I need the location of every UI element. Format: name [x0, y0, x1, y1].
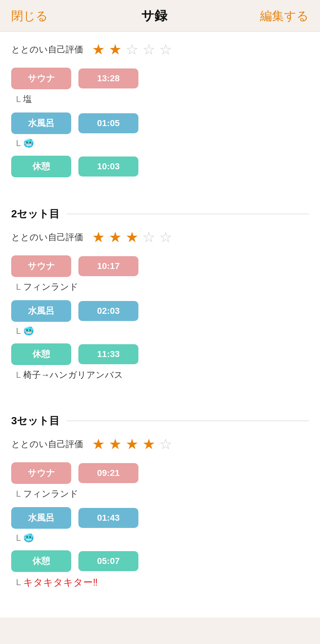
star-filled-3-3: ★: [126, 436, 138, 453]
star-empty-1-4: ☆: [142, 41, 155, 58]
sauna-button-3[interactable]: サウナ: [11, 462, 71, 484]
header: 閉じる サ録 編集する: [0, 0, 320, 32]
star-filled-2-2: ★: [109, 229, 122, 246]
activity-row-1-3: 休憩 10:03: [11, 156, 309, 177]
note-prefix: L: [16, 489, 21, 499]
star-filled-3-2: ★: [109, 436, 122, 453]
star-filled-3-4: ★: [142, 436, 155, 453]
sauna-button-1[interactable]: サウナ: [11, 68, 71, 89]
water-button-2[interactable]: 水風呂: [11, 300, 71, 322]
sauna-time-2[interactable]: 10:17: [78, 256, 138, 276]
set-header-2: 2セット目: [11, 207, 309, 221]
water-time-1[interactable]: 01:05: [78, 113, 138, 133]
note-red-text: キタキタキター‼: [23, 576, 98, 589]
set-divider: [67, 421, 309, 421]
note-red-3-3: L キタキタキター‼: [16, 576, 309, 589]
rating-row-2: ととのい自己評価★★★☆☆: [11, 229, 309, 246]
rest-time-2[interactable]: 11:33: [78, 344, 138, 364]
sauna-time-3[interactable]: 09:21: [78, 463, 138, 483]
star-filled-1-1: ★: [92, 41, 105, 58]
star-filled-1-2: ★: [109, 41, 122, 58]
activity-row-3-2: 水風呂 01:43: [11, 507, 309, 529]
note-2-1: L フィンランド: [16, 281, 309, 293]
note-2-3: L 椅子→ハンガリアンバス: [16, 369, 309, 381]
rating-row-3: ととのい自己評価★★★★☆: [11, 436, 309, 453]
star-empty-2-5: ☆: [159, 229, 172, 246]
star-filled-2-1: ★: [92, 229, 105, 246]
note-prefix: L: [16, 326, 21, 336]
rest-button-2[interactable]: 休憩: [11, 343, 71, 365]
set-section-2: 2セット目ととのい自己評価★★★☆☆ サウナ 10:17 L フィンランド 水風…: [11, 207, 309, 401]
set-header-3: 3セット目: [11, 414, 309, 428]
note-3-1: L フィンランド: [16, 488, 309, 500]
rest-button-1[interactable]: 休憩: [11, 156, 71, 177]
sauna-button-2[interactable]: サウナ: [11, 255, 71, 277]
water-time-3[interactable]: 01:43: [78, 508, 138, 528]
rest-time-1[interactable]: 10:03: [78, 156, 138, 177]
set-section-1: ととのい自己評価★★☆☆☆ サウナ 13:28 L 塩 水風呂 01:05 L …: [11, 41, 309, 194]
star-empty-1-3: ☆: [126, 41, 138, 58]
page-title: サ録: [141, 7, 167, 25]
note-prefix: L: [16, 94, 21, 104]
note-prefix: L: [16, 138, 21, 148]
set-label: 3セット目: [11, 414, 60, 428]
note-3-2: L 🥶: [16, 533, 309, 543]
water-time-2[interactable]: 02:03: [78, 301, 138, 321]
water-button-1[interactable]: 水風呂: [11, 112, 71, 134]
activity-row-2-3: 休憩 11:33: [11, 343, 309, 365]
close-button[interactable]: 閉じる: [11, 8, 48, 24]
activity-row-3-3: 休憩 05:07: [11, 550, 309, 572]
activity-row-3-1: サウナ 09:21: [11, 462, 309, 484]
sauna-time-1[interactable]: 13:28: [78, 68, 138, 88]
note-prefix: L: [16, 577, 21, 588]
activity-row-2-2: 水風呂 02:03: [11, 300, 309, 322]
rating-label: ととのい自己評価: [11, 438, 83, 450]
activity-row-2-1: サウナ 10:17: [11, 255, 309, 277]
note-1-1: L 塩: [16, 93, 309, 105]
star-empty-3-5: ☆: [159, 436, 172, 453]
note-prefix: L: [16, 282, 21, 292]
rating-label: ととのい自己評価: [11, 231, 83, 243]
set-section-3: 3セット目ととのい自己評価★★★★☆ サウナ 09:21 L フィンランド 水風…: [11, 414, 309, 589]
rating-row-1: ととのい自己評価★★☆☆☆: [11, 41, 309, 58]
rating-label: ととのい自己評価: [11, 44, 83, 56]
star-filled-2-3: ★: [126, 229, 138, 246]
note-prefix: L: [16, 370, 21, 380]
rest-button-3[interactable]: 休憩: [11, 550, 71, 572]
note-1-2: L 🥶: [16, 138, 309, 148]
activity-row-1-2: 水風呂 01:05: [11, 112, 309, 134]
content: ととのい自己評価★★☆☆☆ サウナ 13:28 L 塩 水風呂 01:05 L …: [0, 32, 320, 618]
rest-time-3[interactable]: 05:07: [78, 551, 138, 571]
star-filled-3-1: ★: [92, 436, 105, 453]
water-button-3[interactable]: 水風呂: [11, 507, 71, 529]
set-label: 2セット目: [11, 207, 60, 221]
activity-row-1-1: サウナ 13:28: [11, 68, 309, 89]
note-prefix: L: [16, 533, 21, 543]
set-divider: [67, 214, 309, 214]
edit-button[interactable]: 編集する: [260, 8, 309, 24]
note-2-2: L 🥶: [16, 326, 309, 336]
star-empty-2-4: ☆: [142, 229, 155, 246]
star-empty-1-5: ☆: [159, 41, 172, 58]
